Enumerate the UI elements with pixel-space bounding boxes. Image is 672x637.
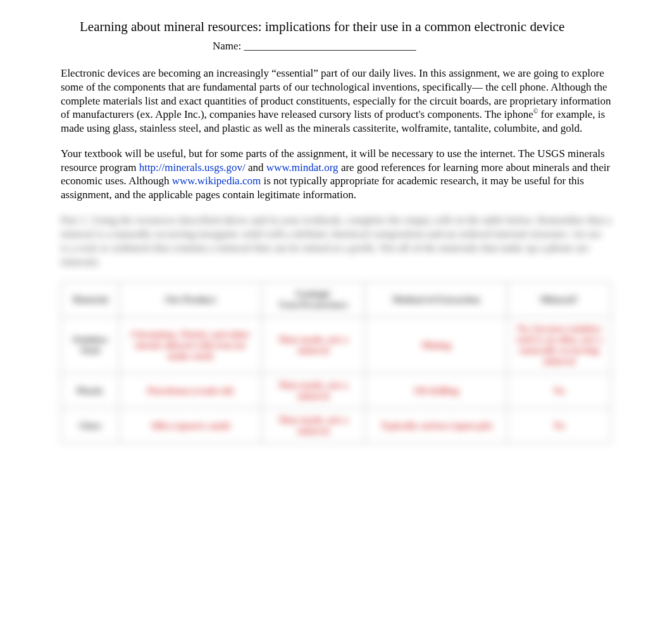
cell-occurrence: Man-made, not a mineral bbox=[261, 408, 365, 443]
intro-paragraph-1: Electronic devices are becoming an incre… bbox=[61, 66, 611, 136]
header-location: Method of Extraction bbox=[365, 282, 507, 317]
table-row: Plastic Petroleum (crude oil) Man-made, … bbox=[61, 374, 611, 408]
name-field-label: Name: ________________________________ bbox=[213, 40, 611, 53]
cell-mineral: No bbox=[507, 408, 611, 443]
header-material: Material bbox=[61, 282, 120, 317]
intro-paragraph-2: Your textbook will be useful, but for so… bbox=[61, 147, 611, 202]
wikipedia-link[interactable]: www.wikipedia.com bbox=[172, 175, 261, 187]
cell-material: Stainless Steel bbox=[61, 317, 120, 374]
cell-material: Glass bbox=[61, 408, 120, 443]
document-page: Learning about mineral resources: implic… bbox=[0, 0, 672, 462]
cell-location: Oil drilling bbox=[365, 374, 507, 408]
cell-ore: Chromium, Nickel, and other metals alloy… bbox=[120, 317, 262, 374]
minerals-table: Material Ore Product Geologic Uses/Occur… bbox=[61, 282, 611, 443]
table-header-row: Material Ore Product Geologic Uses/Occur… bbox=[61, 282, 611, 317]
blurred-content: Part 1. Using the resources described ab… bbox=[61, 213, 611, 443]
header-mineral: Mineral? bbox=[507, 282, 611, 317]
cell-material: Plastic bbox=[61, 374, 120, 408]
page-title: Learning about mineral resources: implic… bbox=[80, 19, 611, 35]
table-row: Stainless Steel Chromium, Nickel, and ot… bbox=[61, 317, 611, 374]
para2-text-b: and bbox=[246, 161, 266, 173]
cell-mineral: No bbox=[507, 374, 611, 408]
cell-location: Mining bbox=[365, 317, 507, 374]
mindat-link[interactable]: www.mindat.org bbox=[266, 161, 339, 173]
blurred-instructions: Part 1. Using the resources described ab… bbox=[61, 213, 611, 269]
cell-occurrence: Man-made, not a mineral bbox=[261, 317, 365, 374]
usgs-link[interactable]: http://minerals.usgs.gov/ bbox=[139, 161, 246, 173]
header-ore: Ore Product bbox=[120, 282, 262, 317]
cell-mineral: No, because stainless steel is an alloy,… bbox=[507, 317, 611, 374]
table-row: Glass Silica (quartz sand) Man-made, not… bbox=[61, 408, 611, 443]
cell-occurrence: Man-made, not a mineral bbox=[261, 374, 365, 408]
cell-location: Typically surface (open-pit) bbox=[365, 408, 507, 443]
cell-ore: Silica (quartz sand) bbox=[120, 408, 262, 443]
header-occurrence: Geologic Uses/Occurrence bbox=[261, 282, 365, 317]
cell-ore: Petroleum (crude oil) bbox=[120, 374, 262, 408]
para1-text-a: Electronic devices are becoming an incre… bbox=[61, 67, 611, 120]
